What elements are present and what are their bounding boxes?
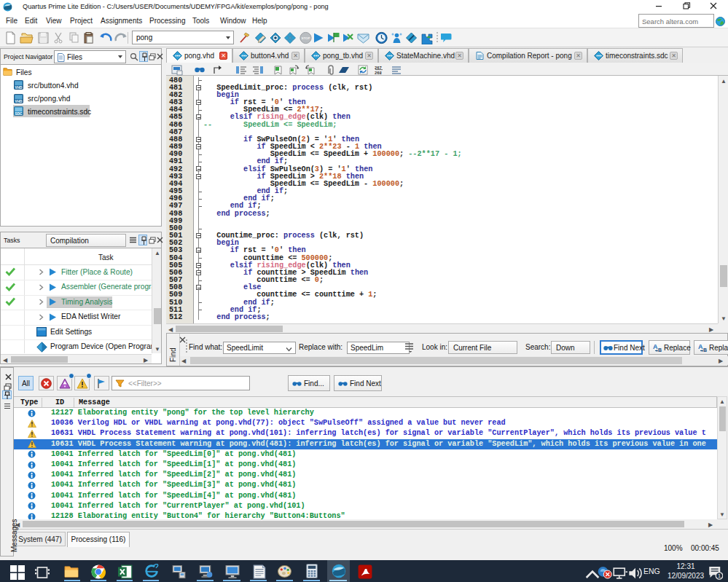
svg-text:SDC: SDC	[15, 111, 23, 115]
svg-text:VHD: VHD	[15, 100, 23, 103]
svg-text:A: A	[698, 343, 703, 350]
svg-text:B: B	[658, 347, 662, 353]
svg-text:268: 268	[375, 71, 383, 76]
svg-text:VHD: VHD	[15, 86, 23, 90]
svg-text:1: 1	[718, 573, 721, 579]
svg-text:A: A	[653, 343, 658, 350]
svg-text:B: B	[703, 347, 707, 353]
svg-text:STOP: STOP	[302, 36, 310, 40]
